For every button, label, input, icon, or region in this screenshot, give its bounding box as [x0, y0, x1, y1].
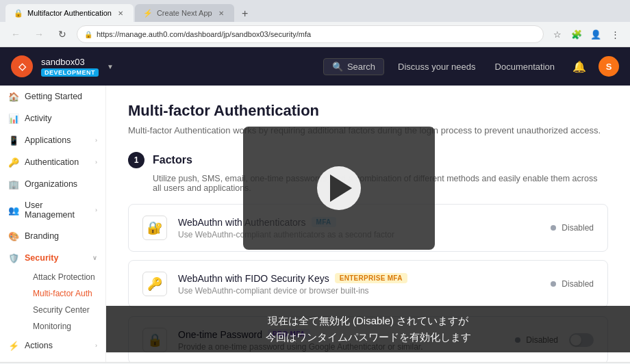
- webauthn-fido-status-dot: [551, 281, 556, 287]
- browser-chrome: 🔒 Multifactor Authentication ✕ ⚡ Create …: [0, 0, 630, 47]
- security-icon: 🛡️: [8, 252, 19, 263]
- section-title: Factors: [153, 154, 192, 166]
- dev-badge: DEVELOPMENT: [41, 68, 99, 77]
- tab2-close-btn[interactable]: ✕: [216, 8, 226, 18]
- browser-toolbar: ← → ↻ 🔒 https://manage.auth0.com/dashboa…: [0, 22, 630, 47]
- activity-label: Activity: [25, 114, 97, 123]
- main-content: Multi-factor Authentication Multi-factor…: [106, 86, 630, 362]
- sidebar-item-security[interactable]: 🛡️ Security ∨: [0, 247, 105, 269]
- webauthn-fido-icon: 🔑: [142, 272, 167, 296]
- profile-icon[interactable]: 👤: [588, 26, 604, 42]
- sidebar-item-branding[interactable]: 🎨 Branding: [0, 225, 105, 247]
- branding-label: Branding: [25, 231, 97, 241]
- brand-area[interactable]: sandbox03 DEVELOPMENT: [41, 57, 99, 77]
- app: ◇ sandbox03 DEVELOPMENT ▼ 🔍 Search Discu…: [0, 47, 630, 362]
- video-overlay: [243, 127, 435, 250]
- play-triangle-icon: [330, 174, 352, 202]
- top-navbar: ◇ sandbox03 DEVELOPMENT ▼ 🔍 Search Discu…: [0, 47, 630, 86]
- reload-button[interactable]: ↻: [53, 25, 71, 43]
- webauthn-roaming-status: Disabled: [551, 223, 594, 233]
- submenu-security-center[interactable]: Security Center: [25, 302, 105, 318]
- getting-started-label: Getting Started: [25, 92, 97, 101]
- webauthn-roaming-status-dot: [551, 225, 556, 231]
- webauthn-roaming-status-label: Disabled: [562, 223, 594, 233]
- actions-chevron-icon: ›: [95, 342, 97, 349]
- extensions-icon[interactable]: 🧩: [568, 26, 585, 42]
- organizations-label: Organizations: [25, 179, 97, 189]
- user-management-label: User Management: [25, 200, 90, 220]
- submenu-mfa[interactable]: Multi-factor Auth: [25, 285, 105, 302]
- webauthn-fido-desc: Use WebAuthn-compliant device or browser…: [178, 286, 540, 296]
- subtitle-line2: 今回はワンタイムパスワードを有効化します: [266, 331, 471, 343]
- notifications-bell[interactable]: 🔔: [568, 55, 590, 77]
- activity-icon: 📊: [8, 113, 19, 124]
- address-bar[interactable]: 🔒 https://manage.auth0.com/dashboard/jp/…: [77, 25, 544, 43]
- tab-label: Multifactor Authentication: [27, 9, 112, 17]
- sidebar-item-getting-started[interactable]: 🏠 Getting Started: [0, 86, 105, 107]
- sidebar: 🏠 Getting Started 📊 Activity 📱 Applicati…: [0, 86, 106, 362]
- menu-icon[interactable]: ⋮: [607, 26, 623, 42]
- user-management-icon: 👥: [8, 205, 19, 216]
- back-button[interactable]: ←: [7, 25, 25, 43]
- branding-icon: 🎨: [8, 231, 19, 242]
- actions-label: Actions: [25, 341, 90, 350]
- tab-active[interactable]: 🔒 Multifactor Authentication ✕: [5, 4, 134, 22]
- browser-actions: ☆ 🧩 👤 ⋮: [549, 26, 623, 42]
- search-icon: 🔍: [332, 62, 343, 72]
- security-chevron-icon: ∨: [92, 255, 97, 261]
- webauthn-roaming-icon: 🔐: [142, 216, 167, 240]
- discuss-link[interactable]: Discuss your needs: [392, 59, 481, 75]
- url-text: https://manage.auth0.com/dashboard/jp/sa…: [97, 30, 311, 38]
- submenu-attack-protection[interactable]: Attack Protection: [25, 269, 105, 285]
- app-logo: ◇: [11, 55, 33, 77]
- tab2-label: Create Next App: [157, 9, 212, 17]
- subtitle-line1: 現在は全て無効化 (Disable) されていますが: [268, 315, 468, 326]
- security-submenu: Attack Protection Multi-factor Auth Secu…: [0, 269, 105, 335]
- subtitle-bar: 現在は全て無効化 (Disable) されていますが 今回はワンタイムパスワード…: [106, 306, 630, 352]
- actions-icon: ⚡: [8, 340, 19, 351]
- factor-card-webauthn-fido: 🔑 WebAuthn with FIDO Security Keys ENTER…: [128, 260, 608, 308]
- sidebar-item-actions[interactable]: ⚡ Actions ›: [0, 335, 105, 356]
- tab2-favicon: ⚡: [143, 9, 153, 18]
- sidebar-item-user-management[interactable]: 👥 User Management ›: [0, 195, 105, 225]
- sidebar-item-activity[interactable]: 📊 Activity: [0, 107, 105, 129]
- applications-icon: 📱: [8, 135, 19, 146]
- webauthn-fido-badge: ENTERPRISE MFA: [335, 273, 407, 283]
- search-button[interactable]: 🔍 Search: [323, 58, 384, 75]
- sidebar-item-applications[interactable]: 📱 Applications ›: [0, 129, 105, 151]
- webauthn-fido-status: Disabled: [551, 279, 594, 289]
- forward-button[interactable]: →: [30, 25, 48, 43]
- user-avatar[interactable]: S: [598, 56, 619, 77]
- brand-chevron-icon[interactable]: ▼: [107, 63, 114, 70]
- subtitle-text: 現在は全て無効化 (Disable) されていますが 今回はワンタイムパスワード…: [120, 313, 616, 346]
- getting-started-icon: 🏠: [8, 91, 19, 102]
- browser-tabs: 🔒 Multifactor Authentication ✕ ⚡ Create …: [0, 0, 630, 22]
- logo-icon: ◇: [18, 61, 26, 72]
- webauthn-fido-info: WebAuthn with FIDO Security Keys ENTERPR…: [178, 273, 540, 296]
- sidebar-item-monitoring[interactable]: 📈 Monitoring ›: [0, 356, 105, 362]
- authentication-chevron-icon: ›: [95, 159, 97, 166]
- webauthn-fido-name: WebAuthn with FIDO Security Keys ENTERPR…: [178, 273, 540, 284]
- lock-icon: 🔒: [84, 31, 92, 38]
- docs-link[interactable]: Documentation: [490, 59, 560, 75]
- star-icon[interactable]: ☆: [549, 26, 566, 42]
- sidebar-item-organizations[interactable]: 🏢 Organizations: [0, 173, 105, 195]
- brand-name: sandbox03: [41, 57, 99, 67]
- authentication-icon: 🔑: [8, 157, 19, 168]
- tab-favicon: 🔒: [14, 9, 23, 18]
- search-label: Search: [347, 62, 375, 72]
- applications-chevron-icon: ›: [95, 137, 97, 144]
- webauthn-fido-status-label: Disabled: [562, 279, 594, 289]
- submenu-monitoring[interactable]: Monitoring: [25, 318, 105, 335]
- user-management-chevron-icon: ›: [95, 207, 97, 213]
- authentication-label: Authentication: [25, 157, 90, 167]
- applications-label: Applications: [25, 135, 90, 145]
- sidebar-item-authentication[interactable]: 🔑 Authentication ›: [0, 151, 105, 173]
- organizations-icon: 🏢: [8, 179, 19, 190]
- play-button[interactable]: [317, 166, 361, 210]
- tab-inactive[interactable]: ⚡ Create Next App ✕: [135, 4, 234, 22]
- page-title: Multi-factor Authentication: [128, 102, 608, 120]
- security-label: Security: [25, 253, 87, 263]
- tab-close-btn[interactable]: ✕: [116, 8, 125, 18]
- new-tab-button[interactable]: +: [237, 5, 253, 22]
